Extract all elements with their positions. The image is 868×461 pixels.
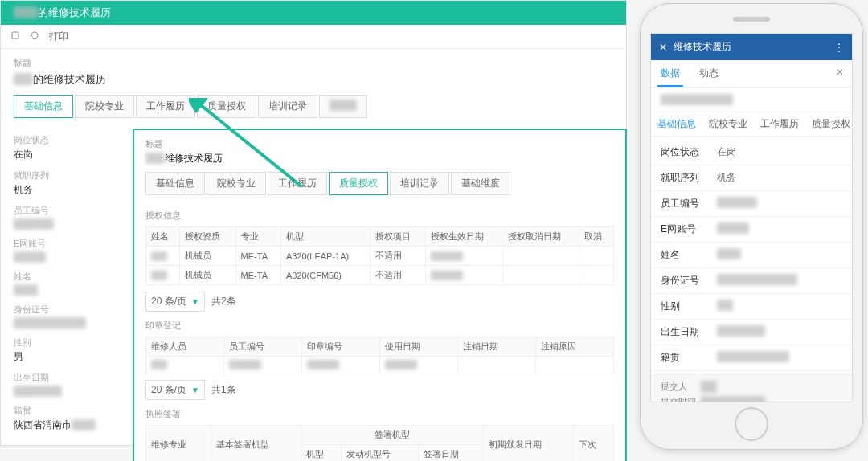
table-row[interactable]: xxxxxxxxxx — [146, 357, 614, 373]
mtab-activity[interactable]: 动态 — [690, 60, 728, 87]
auth-table: 姓名授权资质专业机型授权项目授权生效日期授权取消日期取消 x机械员ME-TAA3… — [145, 226, 614, 285]
section-auth: 授权信息 — [145, 210, 614, 222]
field: 员工编号xxxx — [14, 205, 117, 230]
mnav-school[interactable]: 院校专业 — [702, 112, 754, 136]
print-button[interactable]: 打印 — [49, 30, 68, 43]
more-icon[interactable]: ⋮ — [834, 42, 844, 53]
header-label: 标题 — [145, 138, 614, 150]
list-item: 就职序列机务 — [651, 165, 852, 191]
phone-screen: ✕维修技术履历 ⋮ 数据 动态 ✕ xxxxxxx 基础信息 院校专业 工作履历… — [650, 33, 853, 402]
svg-rect-0 — [12, 32, 18, 39]
table-row[interactable]: x机械员ME-TAA320(CFM56)不适用xxx — [146, 266, 614, 285]
window-detail: 标题 xx维修技术履历 基础信息 院校专业 工作履历 质量授权 培训记录 基础维… — [133, 129, 627, 461]
list-item: 员工编号xxxx — [651, 191, 852, 217]
page-size-select[interactable]: 20 条/页▼ — [145, 292, 205, 312]
refresh-icon[interactable] — [30, 31, 39, 43]
list-item: 姓名xx — [651, 243, 852, 268]
tab-work[interactable]: 工作履历 — [136, 95, 195, 118]
close-icon[interactable]: ✕ — [659, 42, 667, 53]
save-icon[interactable] — [10, 31, 20, 43]
mobile-top-tabs: 数据 动态 ✕ — [651, 60, 852, 88]
section-seal: 印章登记 — [145, 320, 614, 332]
page-size-select[interactable]: 20 条/页▼ — [145, 380, 205, 400]
section-license: 执照签署 — [145, 408, 614, 420]
field: 岗位状态在岗 — [14, 134, 117, 161]
mobile-header: ✕维修技术履历 ⋮ — [651, 34, 852, 60]
field: E网账号xxx — [14, 238, 117, 263]
header-label: 标题 — [1, 49, 626, 72]
field: 籍贯陕西省渭南市xx — [14, 405, 117, 432]
field: 身份证号xxxxxxxx — [14, 304, 117, 328]
list-item: 身份证号xxxxxxxx — [651, 268, 852, 294]
chevron-down-icon: ▼ — [191, 386, 199, 394]
mobile-footer: 提交人x 提交时间xxxxxx — [651, 374, 852, 402]
header-title: xx的维修技术履历 — [1, 72, 626, 95]
collapse-icon[interactable]: ✕ — [828, 60, 852, 87]
phone-frame: ✕维修技术履历 ⋮ 数据 动态 ✕ xxxxxxx 基础信息 院校专业 工作履历… — [640, 3, 863, 450]
license-table: 维修专业基本签署机型签署机型初期颁发日期下次 机型发动机型号签署日期 — [145, 425, 614, 461]
header-title: xx维修技术履历 — [145, 152, 614, 165]
tab-extra[interactable]: xxx — [319, 95, 367, 118]
tab-training[interactable]: 培训记录 — [258, 95, 317, 118]
mtab-data[interactable]: 数据 — [651, 60, 690, 87]
mnav-work[interactable]: 工作履历 — [754, 112, 805, 136]
tab-quality[interactable]: 质量授权 — [197, 95, 256, 118]
field: 姓名xx — [14, 271, 117, 296]
tabs-row: 基础信息 院校专业 工作履历 质量授权 培训记录 xxx — [1, 95, 626, 126]
field: 出生日期xxxxx — [14, 372, 117, 397]
list-item: E网账号xxx — [651, 217, 852, 243]
mobile-field-list: 岗位状态在岗 就职序列机务 员工编号xxxx E网账号xxx 姓名xx 身份证号… — [651, 137, 852, 374]
field: 性别男 — [14, 337, 117, 364]
list-item: 性别x — [651, 294, 852, 320]
list-item: 出生日期xxxxx — [651, 320, 852, 345]
mobile-subtitle: xxxxxxx — [651, 88, 852, 112]
mnav-quality[interactable]: 质量授权 — [805, 112, 852, 136]
list-item: 岗位状态在岗 — [651, 140, 852, 165]
tab-training[interactable]: 培训记录 — [390, 172, 449, 195]
pager: 20 条/页▼ 共2条 — [145, 292, 614, 312]
tab-school[interactable]: 院校专业 — [75, 95, 134, 118]
table-row[interactable]: x机械员ME-TAA320(LEAP-1A)不适用xxx — [146, 247, 614, 266]
mnav-basic[interactable]: 基础信息 — [651, 112, 702, 136]
pager: 20 条/页▼ 共1条 — [145, 380, 614, 400]
chevron-down-icon: ▼ — [191, 297, 199, 306]
tab-quality[interactable]: 质量授权 — [329, 172, 388, 195]
tab-basic[interactable]: 基础信息 — [145, 172, 205, 195]
seal-table: 维修人员员工编号印章编号使用日期注销日期注销原因 xxxxxxxxxx — [145, 337, 614, 373]
field: 就职序列机务 — [14, 169, 117, 197]
toolbar: 打印 — [1, 25, 626, 49]
tab-school[interactable]: 院校专业 — [207, 172, 266, 195]
tab-base[interactable]: 基础维度 — [451, 172, 510, 195]
tab-work[interactable]: 工作履历 — [268, 172, 327, 195]
list-item: 籍贯xxxxxxx — [651, 345, 852, 371]
left-pane: 岗位状态在岗 就职序列机务 员工编号xxxx E网账号xxx 姓名xx 身份证号… — [1, 134, 129, 445]
window-titlebar: xx的维修技术履历 — [1, 1, 626, 25]
tab-basic[interactable]: 基础信息 — [14, 95, 73, 118]
mobile-nav-tabs: 基础信息 院校专业 工作履历 质量授权 培 — [651, 112, 852, 137]
